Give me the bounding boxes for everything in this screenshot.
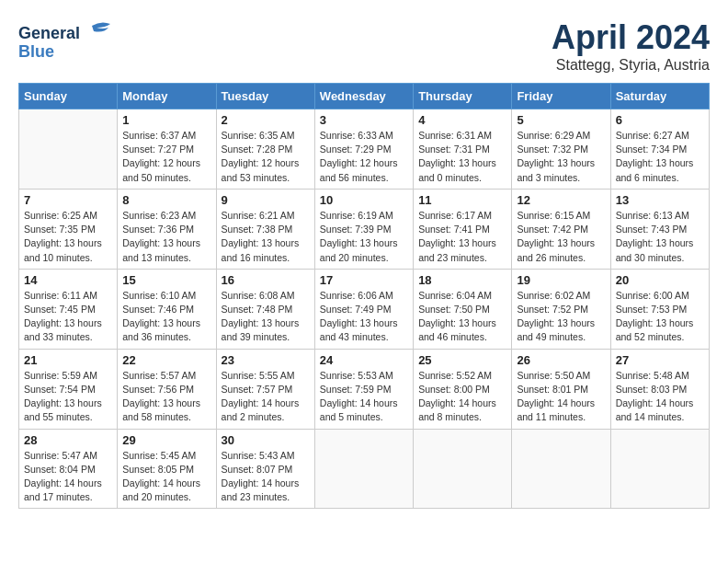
day-number: 25: [418, 353, 506, 367]
day-number: 3: [320, 113, 408, 127]
day-info: Sunrise: 6:10 AM Sunset: 7:46 PM Dayligh…: [122, 289, 210, 345]
calendar-cell: [19, 109, 118, 190]
day-number: 15: [122, 273, 210, 287]
day-info: Sunrise: 6:33 AM Sunset: 7:29 PM Dayligh…: [320, 129, 408, 185]
day-info: Sunrise: 6:35 AM Sunset: 7:28 PM Dayligh…: [222, 129, 310, 185]
day-info: Sunrise: 5:48 AM Sunset: 8:03 PM Dayligh…: [616, 369, 704, 425]
day-info: Sunrise: 6:17 AM Sunset: 7:41 PM Dayligh…: [418, 209, 506, 265]
day-number: 2: [222, 113, 310, 127]
day-number: 19: [517, 273, 605, 287]
day-info: Sunrise: 5:57 AM Sunset: 7:56 PM Dayligh…: [122, 369, 210, 425]
day-info: Sunrise: 5:50 AM Sunset: 8:01 PM Dayligh…: [517, 369, 605, 425]
calendar-cell: 29Sunrise: 5:45 AM Sunset: 8:05 PM Dayli…: [118, 429, 216, 509]
week-row-4: 21Sunrise: 5:59 AM Sunset: 7:54 PM Dayli…: [19, 349, 710, 429]
day-number: 17: [320, 273, 408, 287]
calendar-cell: 4Sunrise: 6:31 AM Sunset: 7:31 PM Daylig…: [414, 109, 512, 190]
calendar-cell: 18Sunrise: 6:04 AM Sunset: 7:50 PM Dayli…: [414, 269, 512, 349]
calendar-cell: 6Sunrise: 6:27 AM Sunset: 7:34 PM Daylig…: [610, 109, 709, 190]
calendar-cell: 26Sunrise: 5:50 AM Sunset: 8:01 PM Dayli…: [512, 349, 610, 429]
day-number: 6: [616, 113, 704, 127]
calendar-cell: 9Sunrise: 6:21 AM Sunset: 7:38 PM Daylig…: [216, 189, 314, 269]
calendar-cell: 28Sunrise: 5:47 AM Sunset: 8:04 PM Dayli…: [19, 429, 118, 509]
day-number: 22: [122, 353, 210, 367]
day-number: 29: [122, 433, 210, 447]
location-subtitle: Stattegg, Styria, Austria: [552, 57, 710, 74]
day-number: 12: [517, 193, 605, 207]
day-number: 9: [222, 193, 310, 207]
calendar-cell: [610, 429, 709, 509]
day-number: 4: [418, 113, 506, 127]
header-monday: Monday: [118, 84, 216, 109]
calendar-cell: 20Sunrise: 6:00 AM Sunset: 7:53 PM Dayli…: [610, 269, 709, 349]
calendar-cell: 27Sunrise: 5:48 AM Sunset: 8:03 PM Dayli…: [610, 349, 709, 429]
calendar-cell: 14Sunrise: 6:11 AM Sunset: 7:45 PM Dayli…: [19, 269, 118, 349]
day-info: Sunrise: 6:00 AM Sunset: 7:53 PM Dayligh…: [616, 289, 704, 345]
calendar-cell: 8Sunrise: 6:23 AM Sunset: 7:36 PM Daylig…: [118, 189, 216, 269]
calendar-cell: 13Sunrise: 6:13 AM Sunset: 7:43 PM Dayli…: [610, 189, 709, 269]
day-info: Sunrise: 6:13 AM Sunset: 7:43 PM Dayligh…: [616, 209, 704, 265]
calendar-cell: 30Sunrise: 5:43 AM Sunset: 8:07 PM Dayli…: [216, 429, 314, 509]
week-row-1: 1Sunrise: 6:37 AM Sunset: 7:27 PM Daylig…: [19, 109, 710, 190]
day-info: Sunrise: 6:31 AM Sunset: 7:31 PM Dayligh…: [418, 129, 506, 185]
day-number: 26: [517, 353, 605, 367]
calendar-cell: 3Sunrise: 6:33 AM Sunset: 7:29 PM Daylig…: [314, 109, 413, 190]
day-number: 27: [616, 353, 704, 367]
header-saturday: Saturday: [610, 84, 709, 109]
day-info: Sunrise: 6:19 AM Sunset: 7:39 PM Dayligh…: [320, 209, 408, 265]
calendar-cell: 15Sunrise: 6:10 AM Sunset: 7:46 PM Dayli…: [118, 269, 216, 349]
calendar-cell: 16Sunrise: 6:08 AM Sunset: 7:48 PM Dayli…: [216, 269, 314, 349]
day-info: Sunrise: 6:27 AM Sunset: 7:34 PM Dayligh…: [616, 129, 704, 185]
day-number: 24: [320, 353, 408, 367]
calendar-cell: 24Sunrise: 5:53 AM Sunset: 7:59 PM Dayli…: [314, 349, 413, 429]
header-sunday: Sunday: [19, 84, 118, 109]
day-info: Sunrise: 6:21 AM Sunset: 7:38 PM Dayligh…: [222, 209, 310, 265]
day-number: 20: [616, 273, 704, 287]
calendar-header-row: SundayMondayTuesdayWednesdayThursdayFrid…: [19, 84, 710, 109]
day-number: 21: [24, 353, 112, 367]
calendar-cell: 19Sunrise: 6:02 AM Sunset: 7:52 PM Dayli…: [512, 269, 610, 349]
day-info: Sunrise: 6:06 AM Sunset: 7:49 PM Dayligh…: [320, 289, 408, 345]
day-info: Sunrise: 6:08 AM Sunset: 7:48 PM Dayligh…: [222, 289, 310, 345]
day-number: 5: [517, 113, 605, 127]
calendar-cell: [414, 429, 512, 509]
day-info: Sunrise: 5:45 AM Sunset: 8:05 PM Dayligh…: [122, 449, 210, 505]
day-number: 18: [418, 273, 506, 287]
calendar-cell: 22Sunrise: 5:57 AM Sunset: 7:56 PM Dayli…: [118, 349, 216, 429]
calendar-cell: 21Sunrise: 5:59 AM Sunset: 7:54 PM Dayli…: [19, 349, 118, 429]
day-number: 14: [24, 273, 112, 287]
day-number: 30: [222, 433, 310, 447]
calendar-cell: 23Sunrise: 5:55 AM Sunset: 7:57 PM Dayli…: [216, 349, 314, 429]
day-number: 8: [122, 193, 210, 207]
day-info: Sunrise: 6:23 AM Sunset: 7:36 PM Dayligh…: [122, 209, 210, 265]
day-info: Sunrise: 6:02 AM Sunset: 7:52 PM Dayligh…: [517, 289, 605, 345]
day-number: 23: [222, 353, 310, 367]
logo: General Blue: [18, 18, 138, 64]
calendar-cell: 11Sunrise: 6:17 AM Sunset: 7:41 PM Dayli…: [414, 189, 512, 269]
day-info: Sunrise: 5:53 AM Sunset: 7:59 PM Dayligh…: [320, 369, 408, 425]
calendar-cell: [512, 429, 610, 509]
day-number: 7: [24, 193, 112, 207]
calendar-cell: 10Sunrise: 6:19 AM Sunset: 7:39 PM Dayli…: [314, 189, 413, 269]
page-header: General Blue April 2024 Stattegg, Styria…: [18, 18, 710, 74]
calendar-cell: 25Sunrise: 5:52 AM Sunset: 8:00 PM Dayli…: [414, 349, 512, 429]
week-row-5: 28Sunrise: 5:47 AM Sunset: 8:04 PM Dayli…: [19, 429, 710, 509]
day-info: Sunrise: 5:43 AM Sunset: 8:07 PM Dayligh…: [222, 449, 310, 505]
day-info: Sunrise: 6:15 AM Sunset: 7:42 PM Dayligh…: [517, 209, 605, 265]
calendar-cell: 7Sunrise: 6:25 AM Sunset: 7:35 PM Daylig…: [19, 189, 118, 269]
header-wednesday: Wednesday: [314, 84, 413, 109]
week-row-3: 14Sunrise: 6:11 AM Sunset: 7:45 PM Dayli…: [19, 269, 710, 349]
calendar-table: SundayMondayTuesdayWednesdayThursdayFrid…: [18, 83, 710, 509]
calendar-cell: 2Sunrise: 6:35 AM Sunset: 7:28 PM Daylig…: [216, 109, 314, 190]
day-info: Sunrise: 5:52 AM Sunset: 8:00 PM Dayligh…: [418, 369, 506, 425]
header-tuesday: Tuesday: [216, 84, 314, 109]
day-info: Sunrise: 6:25 AM Sunset: 7:35 PM Dayligh…: [24, 209, 112, 265]
day-number: 13: [616, 193, 704, 207]
calendar-cell: 12Sunrise: 6:15 AM Sunset: 7:42 PM Dayli…: [512, 189, 610, 269]
day-number: 28: [24, 433, 112, 447]
day-info: Sunrise: 5:59 AM Sunset: 7:54 PM Dayligh…: [24, 369, 112, 425]
day-info: Sunrise: 5:55 AM Sunset: 7:57 PM Dayligh…: [222, 369, 310, 425]
day-number: 1: [122, 113, 210, 127]
svg-text:Blue: Blue: [18, 42, 54, 61]
calendar-cell: 5Sunrise: 6:29 AM Sunset: 7:32 PM Daylig…: [512, 109, 610, 190]
month-title: April 2024: [552, 18, 710, 57]
